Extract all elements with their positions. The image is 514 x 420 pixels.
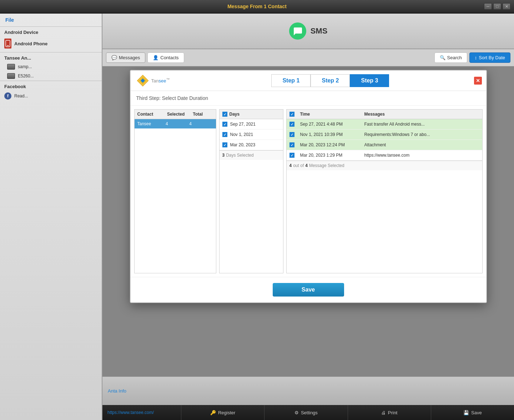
msg-check-1[interactable] bbox=[287, 130, 297, 140]
modal-body: Contact Selected Total Tansee 4 4 bbox=[131, 106, 486, 277]
bottom-bar: Anta Info bbox=[102, 376, 514, 405]
sms-header: SMS bbox=[289, 22, 328, 40]
msg-total-count: 4 bbox=[305, 163, 308, 168]
contact-table-row[interactable]: Tansee 4 4 bbox=[135, 119, 216, 128]
day-label-2: Mar 20, 2023 bbox=[230, 142, 256, 147]
day-row-2[interactable]: Mar 20, 2023 bbox=[220, 140, 283, 150]
contacts-tab-button[interactable]: 👤 Contacts bbox=[147, 52, 184, 63]
save-icon: 💾 bbox=[463, 410, 469, 415]
sidebar-tansee-section: Tansee An... bbox=[0, 52, 102, 62]
days-header-label: Days bbox=[230, 112, 240, 117]
print-label: Print bbox=[388, 410, 398, 415]
msg-row-1[interactable]: Nov 1, 2021 10:39 PM Requirements:Window… bbox=[287, 130, 482, 140]
msg-row-0[interactable]: Sep 27, 2021 4:48 PM Fast transfer All A… bbox=[287, 119, 482, 130]
contacts-label: Contacts bbox=[160, 55, 178, 60]
modal-save-area: Save bbox=[131, 277, 486, 302]
anta-info-link[interactable]: Anta Info bbox=[108, 388, 126, 394]
sms-title: SMS bbox=[311, 26, 328, 36]
days-table-header: Days bbox=[220, 110, 283, 119]
register-button[interactable]: 🔑 Register bbox=[181, 405, 264, 420]
msg-check-2[interactable] bbox=[287, 140, 297, 150]
msg-checkbox-2[interactable] bbox=[289, 142, 294, 147]
day-label-0: Sep 27, 2021 bbox=[230, 122, 256, 127]
sidebar-item-facebook[interactable]: f Read... bbox=[0, 91, 102, 101]
msg-time-1: Nov 1, 2021 10:39 PM bbox=[297, 130, 362, 140]
print-button[interactable]: 🖨 Print bbox=[348, 405, 431, 420]
msg-checkbox-3[interactable] bbox=[289, 153, 294, 158]
close-window-button[interactable]: ✕ bbox=[503, 3, 510, 10]
sidebar-item-e5260[interactable]: E5260... bbox=[0, 71, 102, 81]
days-table: Days Sep 27, 2021 Nov 1, 2021 bbox=[219, 109, 283, 273]
msg-row-2[interactable]: Mar 20, 2023 12:24 PM Attachment bbox=[287, 140, 482, 150]
footer-buttons: 🔑 Register ⚙ Settings 🖨 Print 💾 Save bbox=[181, 405, 514, 420]
sidebar-item-android-phone[interactable]: Android Phone bbox=[0, 36, 102, 51]
minimize-button[interactable]: ─ bbox=[484, 3, 492, 10]
register-label: Register bbox=[218, 410, 235, 415]
messages-label: Messages bbox=[119, 55, 140, 60]
step2-tab[interactable]: Step 2 bbox=[311, 74, 350, 87]
msg-checkbox-1[interactable] bbox=[289, 132, 294, 137]
msg-checkbox-0[interactable] bbox=[289, 122, 294, 127]
sort-label: Sort By Date bbox=[479, 55, 505, 60]
msg-all-checkbox[interactable] bbox=[289, 112, 294, 117]
step3-tab[interactable]: Step 3 bbox=[350, 74, 389, 87]
register-icon: 🔑 bbox=[210, 410, 216, 415]
day-checkbox-2[interactable] bbox=[222, 142, 227, 147]
toolbar: 💬 Messages 👤 Contacts 🔍 Search ↕ Sort By… bbox=[102, 49, 514, 66]
msg-time-3: Mar 20, 2023 1:29 PM bbox=[297, 150, 362, 160]
modal-save-button[interactable]: Save bbox=[273, 283, 344, 297]
sidebar-item-samp[interactable]: samp... bbox=[0, 62, 102, 71]
msg-selected-count: 4 bbox=[289, 163, 292, 168]
title-bar: Message From 1 Contact ─ □ ✕ bbox=[0, 0, 514, 14]
day-row-1[interactable]: Nov 1, 2021 bbox=[220, 130, 283, 140]
print-icon: 🖨 bbox=[381, 410, 386, 415]
msg-out-of: out of bbox=[293, 163, 304, 168]
days-selected-count: 3 bbox=[222, 153, 225, 158]
search-icon: 🔍 bbox=[440, 55, 445, 60]
msg-row-3[interactable]: Mar 20, 2023 1:29 PM https://www.tansee.… bbox=[287, 150, 482, 161]
settings-button[interactable]: ⚙ Settings bbox=[264, 405, 347, 420]
selected-col-header: Selected bbox=[164, 110, 190, 119]
e5260-label: E5260... bbox=[18, 74, 34, 79]
contact-col-header: Contact bbox=[135, 110, 165, 119]
modal-overlay: Tansee™ Step 1 Step 2 Step 3 ✕ Third Ste… bbox=[102, 66, 514, 376]
total-col-header: Total bbox=[190, 110, 216, 119]
days-table-footer: 3 Days Selected bbox=[220, 150, 283, 160]
day-row-0[interactable]: Sep 27, 2021 bbox=[220, 119, 283, 130]
facebook-icon: f bbox=[4, 92, 11, 100]
save-button[interactable]: 💾 Save bbox=[431, 405, 514, 420]
day-checkbox-1[interactable] bbox=[222, 132, 227, 137]
contacts-icon: 👤 bbox=[153, 55, 158, 60]
msg-text-2: Attachment bbox=[362, 140, 482, 150]
samp-label: samp... bbox=[18, 64, 32, 69]
messages-tab-button[interactable]: 💬 Messages bbox=[106, 52, 145, 63]
day-checkbox-0[interactable] bbox=[222, 122, 227, 127]
step1-tab[interactable]: Step 1 bbox=[271, 74, 311, 87]
messages-table-footer: 4 out of 4 Message Selected bbox=[287, 161, 482, 170]
sms-icon bbox=[289, 22, 306, 40]
sidebar-android-section: Android Device bbox=[0, 27, 102, 36]
window-title: Message From 1 Contact bbox=[227, 4, 287, 9]
msg-text-1: Requirements:Windows 7 or abo... bbox=[362, 130, 482, 140]
settings-label: Settings bbox=[301, 410, 318, 415]
msg-time-col-header: Time bbox=[297, 110, 362, 119]
sort-by-date-button[interactable]: ↕ Sort By Date bbox=[469, 52, 510, 63]
search-button[interactable]: 🔍 Search bbox=[434, 52, 467, 63]
facebook-read-label: Read... bbox=[14, 93, 28, 98]
modal-steps: Step 1 Step 2 Step 3 bbox=[180, 74, 480, 87]
modal-header: Tansee™ Step 1 Step 2 Step 3 ✕ bbox=[131, 71, 486, 91]
main-layout: File Android Device Android Phone Tansee… bbox=[0, 14, 514, 420]
msg-check-3[interactable] bbox=[287, 150, 297, 160]
sidebar-file-menu[interactable]: File bbox=[0, 14, 102, 27]
contact-selected-cell: 4 bbox=[166, 121, 189, 126]
msg-check-0[interactable] bbox=[287, 119, 297, 129]
msg-check-col-header bbox=[287, 110, 297, 119]
modal-logo: Tansee™ bbox=[136, 74, 170, 87]
maximize-button[interactable]: □ bbox=[493, 3, 501, 10]
days-all-checkbox[interactable] bbox=[222, 112, 227, 117]
modal-dialog: Tansee™ Step 1 Step 2 Step 3 ✕ Third Ste… bbox=[130, 70, 487, 303]
footer-url[interactable]: https://www.tansee.com/ bbox=[102, 410, 181, 415]
modal-close-button[interactable]: ✕ bbox=[474, 77, 482, 85]
android-phone-label: Android Phone bbox=[14, 41, 47, 46]
content-area: SMS 💬 Messages 👤 Contacts 🔍 Search ↕ bbox=[102, 14, 514, 420]
